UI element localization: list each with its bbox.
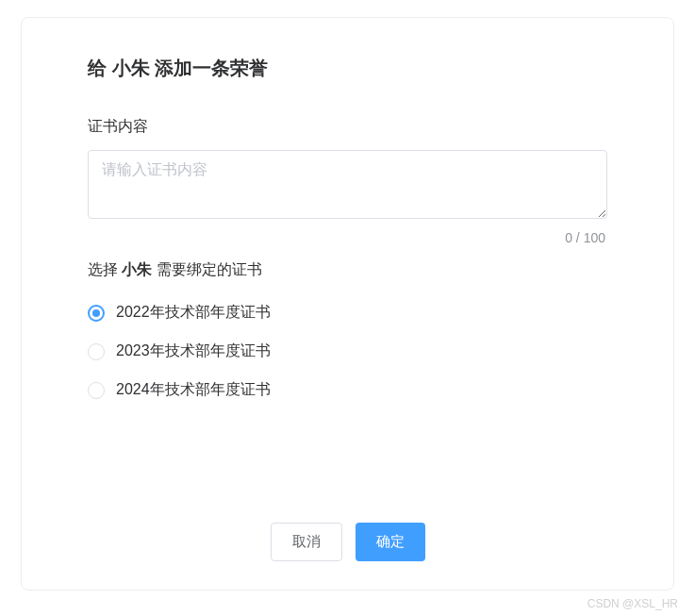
title-suffix: 添加一条荣誉 <box>150 58 269 78</box>
confirm-button[interactable]: 确定 <box>356 523 425 561</box>
radio-option-2023[interactable]: 2023年技术部年度证书 <box>88 341 607 361</box>
radio-option-2024[interactable]: 2024年技术部年度证书 <box>88 380 607 400</box>
bind-name: 小朱 <box>122 261 152 277</box>
button-row: 取消 确定 <box>22 523 673 561</box>
radio-label: 2023年技术部年度证书 <box>116 341 271 361</box>
radio-circle-icon <box>88 343 105 360</box>
radio-circle-icon <box>88 305 105 322</box>
radio-label: 2024年技术部年度证书 <box>116 380 271 400</box>
bind-label: 选择 小朱 需要绑定的证书 <box>88 260 607 280</box>
radio-circle-icon <box>88 382 105 399</box>
char-count: 0 / 100 <box>565 230 605 245</box>
cancel-button[interactable]: 取消 <box>271 523 342 561</box>
honor-form-card: 给 小朱 添加一条荣誉 证书内容 0 / 100 选择 小朱 需要绑定的证书 2… <box>21 17 674 591</box>
radio-dot-icon <box>92 309 100 317</box>
title-name: 小朱 <box>112 58 150 78</box>
bind-suffix: 需要绑定的证书 <box>152 261 261 277</box>
textarea-wrapper: 0 / 100 <box>88 150 607 223</box>
content-textarea[interactable] <box>88 150 607 219</box>
form-title: 给 小朱 添加一条荣誉 <box>88 56 607 81</box>
radio-label: 2022年技术部年度证书 <box>116 303 271 323</box>
bind-prefix: 选择 <box>88 261 122 277</box>
title-prefix: 给 <box>88 58 112 78</box>
radio-option-2022[interactable]: 2022年技术部年度证书 <box>88 303 607 323</box>
certificate-radio-group: 2022年技术部年度证书 2023年技术部年度证书 2024年技术部年度证书 <box>88 303 607 400</box>
content-label: 证书内容 <box>88 117 607 137</box>
watermark: CSDN @XSL_HR <box>587 597 678 610</box>
